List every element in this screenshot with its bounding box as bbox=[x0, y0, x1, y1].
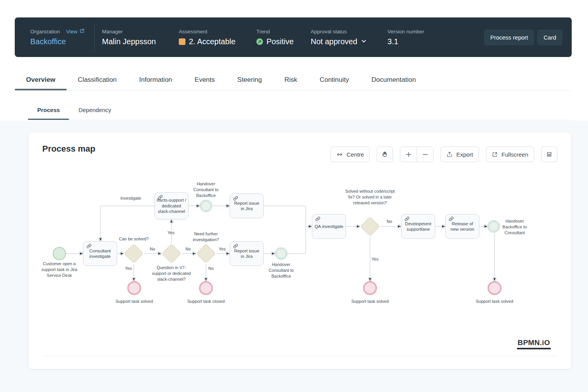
task-qa-investigate[interactable]: QA investigate bbox=[312, 214, 346, 239]
bpmn-io-logo[interactable]: BPMN.iO bbox=[517, 338, 551, 349]
chevron-down-icon bbox=[361, 37, 367, 46]
export-button[interactable]: Export bbox=[441, 147, 479, 162]
flow-label-no-3: No bbox=[208, 266, 214, 271]
gateway-label-need-further: Need further investigation? bbox=[185, 231, 227, 243]
version-value: 3.1 bbox=[387, 37, 484, 46]
export-icon bbox=[446, 151, 453, 157]
link-icon bbox=[158, 195, 163, 201]
pan-hand-button[interactable] bbox=[377, 147, 393, 162]
zoom-out-button[interactable] bbox=[417, 147, 433, 162]
task-release-new-version[interactable]: Release of new version bbox=[445, 214, 479, 239]
external-link-icon bbox=[80, 28, 85, 35]
fullscreen-button[interactable]: Fullscreen bbox=[486, 147, 534, 162]
subtabs-divider bbox=[28, 120, 572, 120]
end-label-solved-3: Support task solved bbox=[475, 299, 514, 304]
flow-label-yes-1: Yes bbox=[125, 266, 132, 271]
assessment-section: Assessment 2. Acceptable bbox=[179, 29, 256, 46]
manager-label: Manager bbox=[102, 29, 179, 35]
task-development-supportlane[interactable]: Development supportlane bbox=[401, 214, 435, 239]
trend-section: Trend Positive bbox=[256, 29, 311, 46]
plus-icon bbox=[405, 151, 412, 158]
start-event[interactable] bbox=[53, 247, 66, 260]
tab-continuity[interactable]: Continuity bbox=[308, 69, 360, 90]
flow-label-no-4: No bbox=[387, 219, 392, 224]
tab-information[interactable]: Information bbox=[128, 69, 183, 90]
end-event-solved-1[interactable] bbox=[127, 281, 141, 295]
hand-icon bbox=[381, 151, 388, 158]
page: Organization View Backoffice Manager Mal… bbox=[0, 0, 588, 392]
link-icon bbox=[233, 243, 238, 250]
gateway-label-question: Question in V7-support or dedicated slac… bbox=[150, 265, 193, 282]
map-toolbar: Centre bbox=[330, 147, 557, 162]
link-icon bbox=[315, 216, 320, 223]
event-label-handover-2: Handover Consultant to Backoffice bbox=[262, 262, 301, 279]
legend-button[interactable] bbox=[541, 147, 557, 162]
end-label-solved-1: Support task solved bbox=[115, 299, 154, 304]
link-icon bbox=[233, 196, 238, 202]
link-icon bbox=[449, 216, 454, 223]
minus-icon bbox=[422, 151, 429, 158]
assessment-status-icon bbox=[179, 38, 185, 45]
sub-tabs: Process Dependency bbox=[28, 100, 121, 120]
end-label-solved-2: Support task solved bbox=[351, 299, 389, 304]
flow-label-yes-4: Yes bbox=[372, 257, 379, 261]
approval-value: Not approved bbox=[311, 37, 357, 46]
end-label-closed: Support task closed bbox=[187, 299, 225, 304]
legend-icon bbox=[546, 151, 553, 158]
assessment-label: Assessment bbox=[179, 29, 256, 35]
tab-steering[interactable]: Steering bbox=[226, 69, 273, 90]
zoom-controls bbox=[400, 147, 434, 162]
task-ifacts-support[interactable]: Ifacts-support / dedicated slack-channel bbox=[154, 192, 189, 219]
subtab-dependency[interactable]: Dependency bbox=[69, 100, 120, 120]
gateway-label-can-be-solved: Can be solved? bbox=[114, 236, 153, 242]
trend-up-icon bbox=[256, 38, 263, 45]
centre-icon bbox=[336, 151, 343, 158]
tab-risk[interactable]: Risk bbox=[273, 69, 308, 90]
zoom-in-button[interactable] bbox=[400, 147, 417, 162]
version-label: Version number bbox=[387, 29, 484, 35]
flow-label-yes-3: Yes bbox=[219, 247, 226, 251]
card-button[interactable]: Card bbox=[537, 29, 562, 45]
tab-classification[interactable]: Classification bbox=[67, 69, 128, 90]
flow-label-no-1: No bbox=[150, 247, 155, 251]
organization-view-link[interactable]: View bbox=[66, 28, 85, 35]
organization-value[interactable]: Backoffice bbox=[30, 37, 94, 46]
process-map-title: Process map bbox=[42, 144, 95, 154]
task-consultant-investigate[interactable]: Consultant investigate bbox=[83, 241, 117, 266]
manager-section: Manager Malin Jeppsson bbox=[102, 29, 179, 46]
approval-label: Approval status bbox=[311, 29, 387, 35]
app-header: Organization View Backoffice Manager Mal… bbox=[15, 17, 572, 57]
organization-label: Organization bbox=[30, 29, 60, 35]
flow-label-no-2: No bbox=[185, 247, 191, 251]
main-tabs: Overview Classification Information Even… bbox=[15, 69, 427, 90]
event-label-handover-1: Handover Consultant to Backoffice bbox=[187, 181, 225, 199]
intermediate-event-handover-2[interactable] bbox=[275, 247, 287, 260]
header-divider bbox=[94, 23, 95, 52]
card-divider bbox=[42, 356, 558, 356]
tab-documentation[interactable]: Documentation bbox=[360, 69, 427, 90]
tabs-divider bbox=[15, 90, 572, 91]
tab-overview[interactable]: Overview bbox=[15, 69, 67, 90]
approval-section: Approval status Not approved bbox=[311, 29, 387, 46]
flow-label-investigate: Investigate bbox=[117, 196, 145, 200]
centre-button[interactable]: Centre bbox=[330, 147, 370, 162]
end-event-closed[interactable] bbox=[199, 281, 213, 295]
trend-label: Trend bbox=[256, 29, 311, 35]
end-event-solved-3[interactable] bbox=[488, 281, 502, 295]
approval-dropdown[interactable]: Not approved bbox=[311, 37, 387, 46]
task-report-issue-jira-2[interactable]: Report issue in Jira bbox=[230, 241, 264, 266]
intermediate-event-handover-1[interactable] bbox=[200, 200, 212, 212]
gateway-label-solved-without: Solved without code/script fix? Or solve… bbox=[345, 188, 395, 206]
process-map-card: Process map Centre bbox=[28, 132, 572, 370]
tab-events[interactable]: Events bbox=[183, 69, 226, 90]
subtab-process[interactable]: Process bbox=[28, 100, 69, 120]
process-report-button[interactable]: Process report bbox=[484, 29, 534, 45]
version-section: Version number 3.1 bbox=[387, 29, 484, 46]
bpmn-diagram[interactable]: Consultant investigate Ifacts-support / … bbox=[35, 172, 565, 316]
end-event-solved-2[interactable] bbox=[363, 281, 377, 295]
event-label-handover-3: Handover Backoffice to Consultant bbox=[495, 218, 534, 236]
organization-section: Organization View Backoffice bbox=[30, 28, 94, 46]
task-report-issue-jira-1[interactable]: Report issue in Jira bbox=[230, 193, 264, 218]
assessment-value: 2. Acceptable bbox=[189, 37, 235, 46]
flow-label-yes-2: Yes bbox=[168, 230, 175, 235]
